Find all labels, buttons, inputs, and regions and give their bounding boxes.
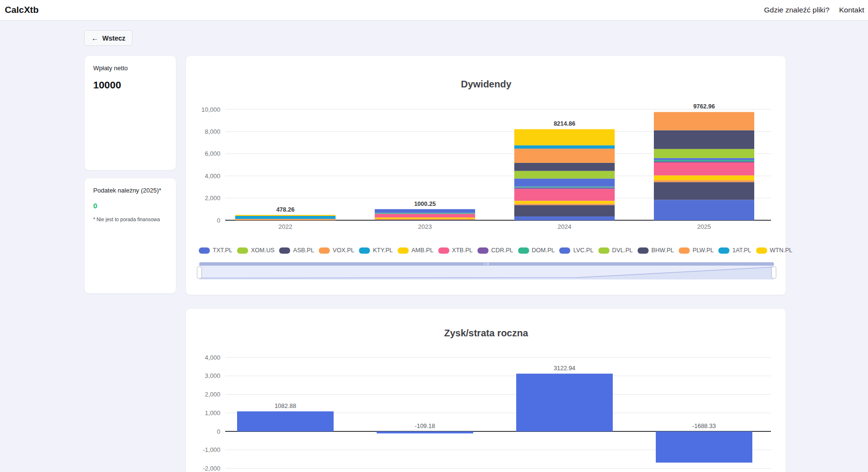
back-button[interactable]: ← Wstecz xyxy=(84,30,132,46)
stacked-bar-segment-DOM.PL[interactable] xyxy=(375,213,475,214)
stacked-bar-segment-ASB.PL[interactable] xyxy=(375,220,475,220)
stacked-bar-segment-1AT.PL[interactable] xyxy=(514,145,615,149)
stacked-bar-segment-BHW.PL[interactable] xyxy=(654,130,754,149)
legend-swatch-icon xyxy=(398,247,409,254)
stacked-bar-segment-DVL.PL[interactable] xyxy=(514,171,615,179)
profit-loss-bar-2023[interactable] xyxy=(377,431,473,433)
net-deposits-title: Wpłaty netto xyxy=(93,64,167,72)
stacked-bar-segment-AMB.PL[interactable] xyxy=(654,175,754,180)
legend-item-BHW.PL[interactable]: BHW.PL xyxy=(638,247,674,254)
legend-item-AMB.PL[interactable]: AMB.PL xyxy=(398,247,434,254)
legend-label: WTN.PL xyxy=(770,247,792,254)
legend-swatch-icon xyxy=(598,247,609,254)
nav-link-where-files[interactable]: Gdzie znaleźć pliki? xyxy=(764,6,829,14)
stacked-bar-segment-DVL.PL[interactable] xyxy=(654,149,754,158)
nav-link-contact[interactable]: Kontakt xyxy=(839,6,864,14)
top-nav: Gdzie znaleźć pliki? Kontakt xyxy=(764,6,864,14)
bar-total-label: 1000.25 xyxy=(414,201,435,207)
legend-label: TXT.PL xyxy=(213,247,232,254)
legend-item-WTN.PL[interactable]: WTN.PL xyxy=(756,247,792,254)
brand-logo[interactable]: CalcXtb xyxy=(5,5,39,15)
stacked-bar-segment-PLW.PL[interactable] xyxy=(514,149,615,163)
legend-item-KTY.PL[interactable]: KTY.PL xyxy=(359,247,392,254)
profit-loss-chart-card: -2,000-1,00001,0002,0003,0004,000Zysk/st… xyxy=(185,308,786,472)
stacked-bar-segment-VOX.PL[interactable] xyxy=(235,219,336,220)
legend-label: 1AT.PL xyxy=(732,247,751,254)
y-tick-label: 0 xyxy=(217,217,220,224)
legend-item-ASB.PL[interactable]: ASB.PL xyxy=(279,247,314,254)
legend-swatch-icon xyxy=(718,247,729,254)
legend-swatch-icon xyxy=(477,247,488,254)
y-tick-label: 8,000 xyxy=(205,128,220,135)
stacked-bar-segment-LVC.PL[interactable] xyxy=(514,179,615,187)
bar-total-label: 478.26 xyxy=(276,206,294,213)
stacked-bar-segment-CDR.PL[interactable] xyxy=(514,188,615,189)
legend-swatch-icon xyxy=(518,247,529,254)
legend-swatch-icon xyxy=(638,247,649,254)
bar-value-label: -109.18 xyxy=(415,423,435,429)
back-arrow-icon: ← xyxy=(91,34,98,42)
y-tick-label: 1,000 xyxy=(205,409,220,417)
stacked-bar-segment-LVC.PL[interactable] xyxy=(375,209,475,213)
legend-item-LVC.PL[interactable]: LVC.PL xyxy=(559,247,593,254)
legend-label: XOM.US xyxy=(251,247,274,254)
legend-item-DVL.PL[interactable]: DVL.PL xyxy=(598,247,633,254)
stacked-bar-segment-KTY.PL[interactable] xyxy=(235,216,336,219)
x-tick-label: 2024 xyxy=(558,223,572,230)
legend-item-XTB.PL[interactable]: XTB.PL xyxy=(438,247,473,254)
scrollbar-grip-icon[interactable] xyxy=(484,263,490,265)
profit-loss-bar-2024[interactable] xyxy=(516,374,613,431)
stacked-bar-segment-WTN.PL[interactable] xyxy=(514,129,615,145)
legend-item-XOM.US[interactable]: XOM.US xyxy=(237,247,274,254)
profit-loss-bar-2022[interactable] xyxy=(237,411,334,431)
chart-zoom-scrollbar[interactable] xyxy=(199,262,774,279)
legend-label: KTY.PL xyxy=(373,247,392,254)
legend-item-TXT.PL[interactable]: TXT.PL xyxy=(199,247,232,254)
app-header: CalcXtb Gdzie znaleźć pliki? Kontakt xyxy=(0,0,868,21)
tax-disclaimer-note: * Nie jest to porada finansowa xyxy=(93,216,167,222)
y-tick-label: 2,000 xyxy=(205,194,220,202)
stacked-bar-segment-VOX.PL[interactable] xyxy=(514,204,615,205)
legend-item-VOX.PL[interactable]: VOX.PL xyxy=(319,247,354,254)
profit-loss-bar-chart: -2,000-1,00001,0002,0003,0004,000Zysk/st… xyxy=(186,309,786,472)
y-tick-label: 4,000 xyxy=(205,172,220,180)
stacked-bar-segment-LVC.PL[interactable] xyxy=(654,158,754,160)
stacked-bar-segment-VOX.PL[interactable] xyxy=(375,219,475,220)
scrollbar-right-handle[interactable] xyxy=(771,267,776,279)
stacked-bar-segment-DOM.PL[interactable] xyxy=(654,160,754,161)
scrollbar-left-handle[interactable] xyxy=(197,267,202,279)
stacked-bar-segment-CDR.PL[interactable] xyxy=(654,161,754,162)
stacked-bar-segment-BHW.PL[interactable] xyxy=(514,163,615,171)
stacked-bar-segment-AMB.PL[interactable] xyxy=(375,217,475,219)
scrollbar-top-strip[interactable] xyxy=(199,262,774,266)
stacked-bar-segment-DOM.PL[interactable] xyxy=(514,187,615,188)
stacked-bar-segment-PLW.PL[interactable] xyxy=(654,112,754,130)
stacked-bar-segment-XTB.PL[interactable] xyxy=(654,162,754,175)
stacked-bar-segment-TXT.PL[interactable] xyxy=(654,200,754,220)
legend-label: DOM.PL xyxy=(532,247,555,254)
stacked-bar-segment-VOX.PL[interactable] xyxy=(654,180,754,182)
legend-swatch-icon xyxy=(756,247,767,254)
stacked-bar-segment-AMB.PL[interactable] xyxy=(235,215,336,216)
y-tick-label: 4,000 xyxy=(205,354,220,361)
stacked-bar-segment-XTB.PL[interactable] xyxy=(514,189,615,201)
tax-due-title: Podatek należny (2025)* xyxy=(93,187,167,194)
stacked-bar-segment-XTB.PL[interactable] xyxy=(375,214,475,217)
stacked-bar-segment-TXT.PL[interactable] xyxy=(514,216,615,220)
profit-loss-bar-2025[interactable] xyxy=(656,431,752,462)
legend-item-1AT.PL[interactable]: 1AT.PL xyxy=(718,247,751,254)
y-tick-label: -2,000 xyxy=(203,465,220,472)
legend-item-PLW.PL[interactable]: PLW.PL xyxy=(679,247,714,254)
legend-label: ASB.PL xyxy=(293,247,314,254)
legend-label: LVC.PL xyxy=(573,247,593,254)
stacked-bar-segment-ASB.PL[interactable] xyxy=(514,205,615,216)
net-deposits-card: Wpłaty netto 10000 xyxy=(84,55,176,171)
y-tick-label: 3,000 xyxy=(205,372,220,379)
legend-swatch-icon xyxy=(237,247,248,254)
stacked-bar-segment-ASB.PL[interactable] xyxy=(654,182,754,200)
dividends-chart-card: 02,0004,0006,0008,00010,000Dywidendy478.… xyxy=(185,55,786,295)
stacked-bar-segment-AMB.PL[interactable] xyxy=(514,201,615,204)
legend-item-DOM.PL[interactable]: DOM.PL xyxy=(518,247,555,254)
legend-item-CDR.PL[interactable]: CDR.PL xyxy=(477,247,513,254)
legend-swatch-icon xyxy=(319,247,330,254)
